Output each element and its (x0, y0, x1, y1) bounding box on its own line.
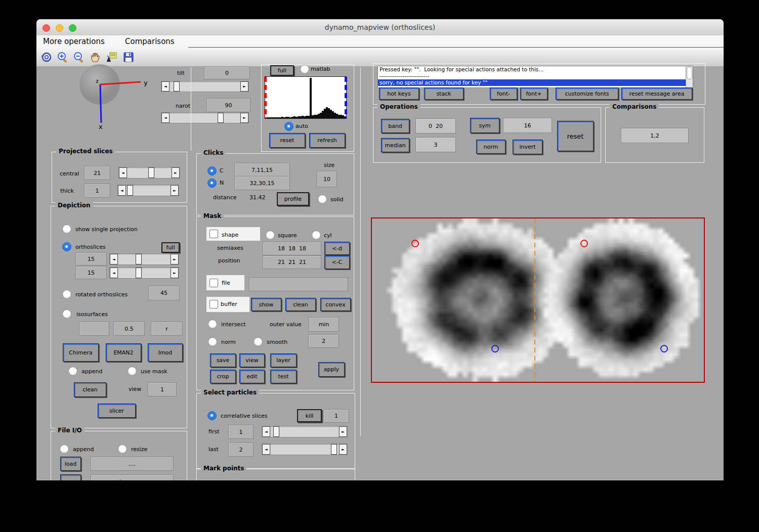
last-slider-left-arrow[interactable]: ◄ (262, 444, 270, 455)
datatip-icon[interactable] (105, 51, 117, 63)
tilt-slider[interactable]: ◄ ► (161, 81, 249, 92)
correlative-slices-radio[interactable] (207, 411, 217, 420)
sym-button[interactable]: sym (470, 118, 499, 133)
message-line[interactable]: -------------------------- (378, 73, 693, 79)
comparisons-value-field[interactable]: 1,2 (621, 128, 689, 143)
mask-clean-button[interactable]: clean (285, 298, 316, 311)
save-file-button[interactable]: save (60, 474, 81, 480)
to-c-button[interactable]: <-C (324, 255, 350, 269)
last-slider-thumb[interactable] (331, 444, 337, 455)
mask-layer-button[interactable]: layer (270, 353, 297, 367)
imod-button[interactable]: Imod (148, 343, 183, 362)
rotate-3d-icon[interactable] (40, 51, 53, 63)
mask-apply-button[interactable]: apply (318, 362, 345, 377)
click-marker[interactable] (660, 345, 668, 352)
ortho-a-field[interactable]: 15 (75, 252, 107, 265)
rotated-orthoslices-radio[interactable] (62, 290, 71, 299)
message-line[interactable]: Pressed key: "". Looking for special act… (378, 66, 693, 73)
n-click-radio[interactable] (207, 179, 217, 188)
band-button[interactable]: band (381, 119, 409, 133)
smooth-value-field[interactable]: 2 (308, 334, 339, 348)
mask-crop-button[interactable]: crop (210, 370, 236, 383)
load-button[interactable]: load (60, 457, 81, 471)
narot-value-field[interactable]: 90 (206, 98, 250, 112)
axis-orientation-widget[interactable] (67, 63, 155, 131)
slice-display[interactable] (371, 217, 705, 383)
smooth-radio[interactable] (254, 337, 263, 346)
mask-edit-button[interactable]: edit (239, 370, 265, 383)
reset-message-area-button[interactable]: reset message area (621, 87, 692, 100)
solid-radio[interactable] (318, 195, 327, 204)
central-slider-right-arrow[interactable]: ► (172, 167, 180, 178)
pan-hand-icon[interactable] (89, 51, 101, 63)
mask-convex-button[interactable]: convex (320, 298, 351, 311)
full-button[interactable]: full (270, 65, 294, 76)
append-radio[interactable] (68, 367, 77, 376)
histogram-plot[interactable] (265, 76, 347, 119)
matlab-radio[interactable] (300, 65, 309, 74)
semiaxes-field[interactable]: 18 18 18 (263, 242, 321, 255)
narot-slider-thumb[interactable] (218, 113, 224, 123)
clean-depiction-button[interactable]: clean (74, 382, 106, 397)
sym-value-field[interactable]: 16 (503, 118, 552, 133)
io-resize-radio[interactable] (118, 445, 127, 454)
eman2-button[interactable]: EMAN2 (106, 343, 141, 362)
square-radio[interactable] (266, 231, 275, 240)
mask-norm-radio[interactable] (208, 337, 217, 346)
tilt-slider-thumb[interactable] (174, 81, 180, 92)
mask-save-button[interactable]: save (210, 353, 236, 367)
band-value-field[interactable]: 0 20 (415, 118, 456, 134)
profile-button[interactable]: profile (277, 192, 309, 206)
first-value-field[interactable]: 1 (228, 425, 254, 439)
zoom-in-icon[interactable] (57, 51, 69, 63)
rotated-angle-field[interactable]: 45 (148, 286, 180, 300)
median-value-field[interactable]: 3 (415, 137, 456, 152)
save-icon[interactable] (122, 51, 135, 63)
shape-checkbox[interactable] (209, 230, 218, 238)
tilt-value-field[interactable]: 0 (204, 66, 250, 79)
mask-show-button[interactable]: show (251, 298, 281, 311)
outer-value-field[interactable]: min (309, 317, 339, 332)
c-coords-field[interactable]: 7,11,15 (234, 163, 290, 177)
file-checkbox[interactable] (209, 279, 218, 287)
narot-slider-right-arrow[interactable]: ► (240, 113, 248, 123)
stack-button[interactable]: stack (424, 87, 463, 100)
invert-button[interactable]: invert (513, 140, 542, 154)
iso-field-1[interactable] (79, 322, 109, 336)
use-mask-radio[interactable] (128, 367, 137, 376)
to-d-button[interactable]: <-d (324, 242, 350, 255)
ortho-a-right-arrow[interactable]: ► (171, 254, 179, 264)
norm-button[interactable]: norm (476, 140, 505, 154)
mask-view-button[interactable]: view (239, 353, 265, 367)
c-click-radio[interactable] (207, 166, 217, 175)
zoom-out-icon[interactable] (73, 51, 85, 63)
thick-slider[interactable]: ◄ ► (117, 185, 179, 196)
central-slider-thumb[interactable] (148, 167, 154, 178)
io-append-radio[interactable] (60, 445, 69, 454)
thick-slider-left-arrow[interactable]: ◄ (118, 185, 126, 196)
contrast-high-marker[interactable] (345, 77, 347, 118)
operations-reset-button[interactable]: reset (557, 121, 594, 151)
auto-radio[interactable] (284, 122, 293, 131)
ortho-a-left-arrow[interactable]: ◄ (110, 254, 118, 264)
menu-comparisons[interactable]: Comparisons (125, 37, 175, 46)
message-line[interactable]: sorry, no special actions found for key … (378, 79, 693, 86)
isosurfaces-radio[interactable] (62, 309, 71, 319)
median-button[interactable]: median (381, 138, 409, 152)
refresh-button[interactable]: refresh (309, 133, 345, 148)
thick-slider-right-arrow[interactable]: ► (171, 185, 179, 196)
chimera-button[interactable]: Chimera (63, 343, 99, 362)
ortho-a-slider[interactable]: ◄ ► (109, 253, 179, 265)
central-slider-left-arrow[interactable]: ◄ (119, 167, 127, 178)
hot-keys-button[interactable]: hot keys (379, 87, 419, 100)
tilt-slider-left-arrow[interactable]: ◄ (161, 81, 170, 92)
full-ortho-button[interactable]: full (161, 242, 180, 253)
kill-value-field[interactable]: 1 (323, 409, 349, 423)
thick-value-field[interactable]: 1 (84, 184, 110, 198)
ortho-b-slider[interactable]: ◄ ► (109, 267, 179, 279)
cyl-radio[interactable] (312, 231, 321, 240)
ortho-b-left-arrow[interactable]: ◄ (110, 268, 118, 278)
buffer-checkbox[interactable] (209, 300, 218, 308)
position-field[interactable]: 21 21 21 (263, 255, 321, 269)
customize-fonts-button[interactable]: customize fonts (556, 87, 618, 100)
